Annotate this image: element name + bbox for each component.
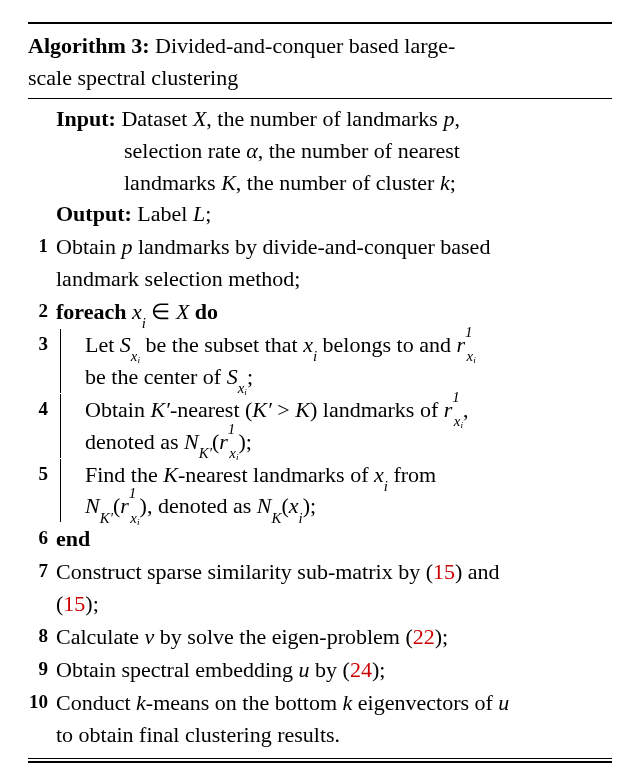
input-line3: landmarks K, the number of cluster k; <box>28 167 612 199</box>
algo-number-label: Algorithm 3: <box>28 33 150 58</box>
algorithm-title: Algorithm 3: Divided-and-conquer based l… <box>28 26 612 98</box>
algo-top-rule <box>28 22 612 24</box>
ref-15a: 15 <box>433 559 455 584</box>
step-1: 1 Obtain p landmarks by divide-and-conqu… <box>28 231 612 295</box>
algorithm-body: Input: Dataset X, the number of landmark… <box>28 99 612 758</box>
step-5: 5 Find the K-nearest landmarks of xi fro… <box>28 459 612 523</box>
input-line2: selection rate α, the number of nearest <box>28 135 612 167</box>
output-line: Output: Label L; <box>28 198 612 230</box>
step-6-end: 6 end <box>28 523 612 555</box>
ref-22: 22 <box>413 624 435 649</box>
algo-bottom-rule <box>28 761 612 763</box>
ref-24: 24 <box>350 657 372 682</box>
algo-title-1: Divided-and-conquer based large- <box>150 33 456 58</box>
algo-bottom-thin <box>28 758 612 759</box>
algo-title-2: scale spectral clustering <box>28 65 238 90</box>
input-line1: Input: Dataset X, the number of landmark… <box>28 103 612 135</box>
step-7: 7 Construct sparse similarity sub-matrix… <box>28 556 612 620</box>
step-4: 4 Obtain K′-nearest (K′ > K) landmarks o… <box>28 394 612 458</box>
step-10: 10 Conduct k-means on the bottom k eigen… <box>28 687 612 751</box>
step-2-foreach: 2 foreach xi ∈ X do <box>28 296 612 328</box>
step-9: 9 Obtain spectral embedding u by (24); <box>28 654 612 686</box>
output-label: Output: <box>56 201 132 226</box>
ref-15b: 15 <box>63 591 85 616</box>
input-label: Input: <box>56 106 116 131</box>
step-8: 8 Calculate v by solve the eigen-problem… <box>28 621 612 653</box>
step-3: 3 Let Sxi be the subset that xi belongs … <box>28 329 612 393</box>
